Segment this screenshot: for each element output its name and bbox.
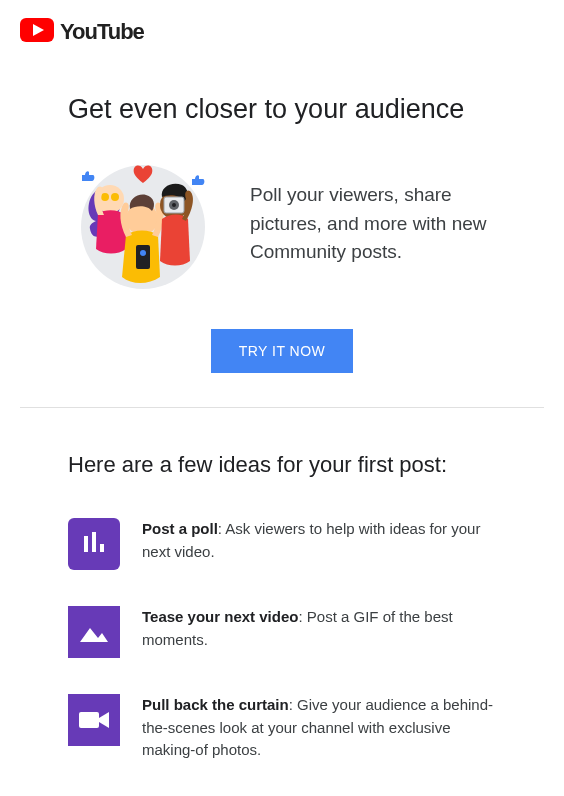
main-heading: Get even closer to your audience (68, 94, 496, 125)
idea-title: Post a poll (142, 520, 218, 537)
svg-point-11 (172, 203, 176, 207)
try-it-now-button[interactable]: TRY IT NOW (211, 329, 354, 373)
youtube-logo-text: YouTube (60, 19, 144, 45)
svg-rect-6 (136, 245, 150, 269)
idea-item: Tease your next video: Post a GIF of the… (68, 606, 496, 658)
poll-icon (68, 518, 120, 570)
svg-point-4 (111, 193, 119, 201)
idea-text: Tease your next video: Post a GIF of the… (142, 606, 496, 651)
svg-rect-12 (84, 536, 88, 552)
youtube-logo: YouTube (20, 18, 544, 46)
video-camera-icon (68, 694, 120, 746)
svg-point-7 (140, 250, 146, 256)
idea-title: Pull back the curtain (142, 696, 289, 713)
community-illustration (68, 149, 218, 299)
ideas-heading: Here are a few ideas for your first post… (68, 452, 496, 478)
idea-text: Pull back the curtain: Give your audienc… (142, 694, 496, 762)
svg-rect-14 (100, 544, 104, 552)
section-divider (20, 407, 544, 408)
idea-title: Tease your next video (142, 608, 298, 625)
idea-item: Pull back the curtain: Give your audienc… (68, 694, 496, 762)
hero-section: Poll your viewers, share pictures, and m… (68, 149, 496, 299)
svg-rect-16 (79, 712, 99, 728)
hero-description: Poll your viewers, share pictures, and m… (250, 181, 496, 267)
image-icon (68, 606, 120, 658)
idea-text: Post a poll: Ask viewers to help with id… (142, 518, 496, 563)
svg-rect-13 (92, 532, 96, 552)
svg-point-3 (101, 193, 109, 201)
idea-item: Post a poll: Ask viewers to help with id… (68, 518, 496, 570)
youtube-play-icon (20, 18, 54, 46)
